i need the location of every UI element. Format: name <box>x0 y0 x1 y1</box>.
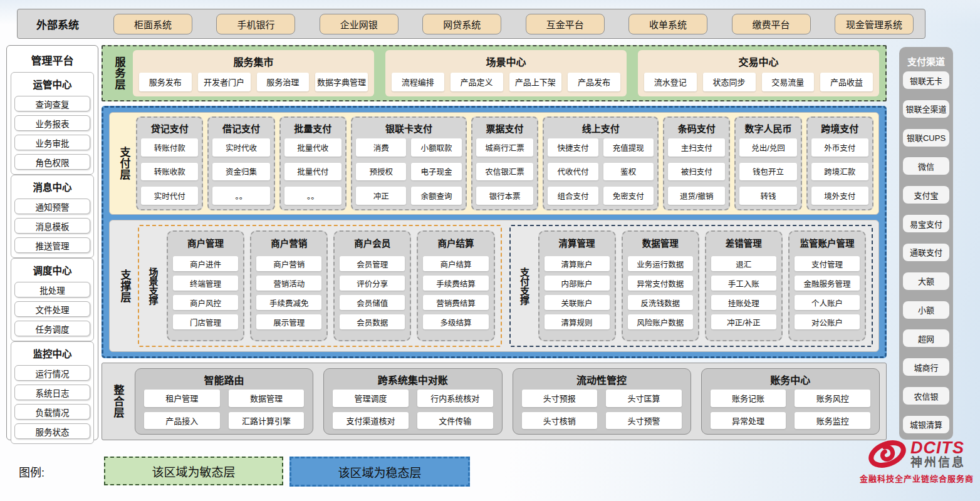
service-layer: 服务层 服务集市服务发布开发者门户服务治理数据字典管理场景中心流程编排产品定义产… <box>102 45 887 101</box>
payment-item-box: 转账收款 <box>141 163 198 181</box>
service-item-box: 流水登记 <box>644 73 697 91</box>
service-item-box: 服务发布 <box>139 73 192 91</box>
integration-item-box: 账务记账 <box>711 390 786 407</box>
support-item-box: 终端管理 <box>173 276 238 291</box>
service-item-box: 服务治理 <box>257 73 310 91</box>
integration-item-box: 头寸预报 <box>522 390 598 407</box>
support-column-title: 商户结算 <box>423 234 488 252</box>
payment-item-box: 退货/撤销 <box>668 187 725 205</box>
service-group: 交易中心流水登记状态同步交易流量产品收益 <box>638 50 879 96</box>
support-column: 监管账户管理支付管理金融服务管理个人账户对公账户 <box>788 230 866 341</box>
service-item-box: 产品定义 <box>451 73 503 91</box>
support-item-box: 评价分享 <box>340 276 405 291</box>
payment-column-items: 兑出/兑回钱包开立转钱 <box>739 138 796 205</box>
management-item-box: 文件处理 <box>14 301 90 317</box>
payment-column-items: 批量代收批量代付。。 <box>284 138 341 205</box>
integration-group: 跨系统集中对账管理调度行内系统核对支付渠道核对文件传输 <box>323 368 502 435</box>
payment-channel-box: 银联CUPS <box>903 129 949 147</box>
support-item-box: 异常支付数据 <box>628 276 693 291</box>
payment-item-box: 资金归集 <box>212 163 269 181</box>
integration-item-box: 账务监控 <box>795 412 870 430</box>
payment-item-box: 实时代收 <box>212 138 269 157</box>
service-group-items: 服务发布开发者门户服务治理数据字典管理 <box>139 72 368 91</box>
payment-item-box: 主扫支付 <box>668 138 725 157</box>
management-item-box: 角色权限 <box>14 154 90 170</box>
management-item-box: 通知预警 <box>14 199 90 214</box>
management-item-box: 系统日志 <box>14 385 90 400</box>
service-item-box: 开发者门户 <box>198 73 251 91</box>
payment-columns: 贷记支付转账付款转账收款实时代付借记支付实时代收资金归集。。批量支付批量代收批量… <box>136 116 873 210</box>
support-column-title: 商户会员 <box>340 234 405 252</box>
support-column: 商户结算商户结算手续费结算营销费结算多级结算 <box>417 230 494 341</box>
payment-item-box: 兑出/兑回 <box>739 138 796 157</box>
support-item-box: 支付管理 <box>795 256 860 271</box>
external-system-box: 手机银行 <box>216 14 295 34</box>
support-column-title: 差错管理 <box>711 234 776 252</box>
management-groups: 运管中心查询查复业务报表业务审批角色权限消息中心通知预警消息模板推送管理调度中心… <box>11 72 94 444</box>
payment-item-box: 转钱 <box>739 187 796 205</box>
external-system-box: 网贷系统 <box>422 14 501 34</box>
support-item-box: 关联账户 <box>545 295 610 310</box>
support-zone-label: 场景支撑 <box>145 230 161 341</box>
support-item-box: 商户结算 <box>423 256 488 271</box>
main-architecture-area: 服务层 服务集市服务发布开发者门户服务治理数据字典管理场景中心流程编排产品定义产… <box>102 45 887 440</box>
management-item-box: 批处理 <box>14 282 90 297</box>
external-systems-bar: 外部系统 柜面系统手机银行企业网银网贷系统互金平台收单系统缴费平台现金管理系统 <box>17 9 925 39</box>
service-item-box: 状态同步 <box>703 73 756 91</box>
support-item-box: 会员管理 <box>340 256 405 271</box>
payment-item-box: 消费 <box>356 138 406 157</box>
brand-logo: DCITS 神州信息 金融科技全产业链综合服务商 <box>860 438 974 484</box>
integration-group-title: 跨系统集中对账 <box>333 370 493 390</box>
payment-item-box: 农信银汇票 <box>476 163 533 181</box>
integration-group-title: 流动性管控 <box>522 370 682 390</box>
payment-item-box: 跨境汇款 <box>811 163 868 181</box>
integration-group-items: 头寸预报头寸匡算头寸核销头寸预警 <box>522 390 682 429</box>
payment-item-box: 实时代付 <box>141 187 198 205</box>
support-item-box: 手续费减免 <box>256 295 321 310</box>
payment-column-title: 线上支付 <box>548 120 654 138</box>
integration-item-box: 租户管理 <box>144 390 220 407</box>
integration-item-box: 头寸匡算 <box>606 390 682 407</box>
support-item-box: 手工入账 <box>711 276 776 291</box>
payment-item-box: 鉴权 <box>603 163 654 181</box>
dcits-swirl-icon <box>868 438 907 470</box>
payment-item-box: 余额查询 <box>411 187 461 205</box>
support-item-box: 冲正/补正 <box>711 314 776 329</box>
integration-item-box: 头寸预警 <box>606 412 682 430</box>
payment-channel-box: 城银清算 <box>903 416 949 433</box>
service-group-items: 流水登记状态同步交易流量产品收益 <box>644 72 873 91</box>
payment-channels-list: 银联无卡银联全渠道银联CUPS微信支付宝易宝支付通联支付大额小额超网城商行农信银… <box>903 71 949 433</box>
external-system-box: 现金管理系统 <box>835 14 914 34</box>
logo-row: DCITS 神州信息 <box>868 438 966 470</box>
support-column-title: 商户营销 <box>256 234 321 252</box>
payment-item-box: 城商行汇票 <box>476 138 533 157</box>
service-item-box: 产品发布 <box>568 73 620 91</box>
payment-item-box: 预授权 <box>356 163 406 181</box>
support-column: 商户管理商户进件终端管理商户风控门店管理 <box>167 230 244 341</box>
payment-item-box: 组合支付 <box>548 187 598 205</box>
support-zones: 场景支撑商户管理商户进件终端管理商户风控门店管理商户营销商户营销营销活动手续费减… <box>138 225 873 347</box>
support-item-box: 营销活动 <box>256 276 321 291</box>
integration-item-box: 支付渠道核对 <box>333 412 409 430</box>
payment-item-box: 免密支付 <box>603 187 654 205</box>
support-layer: 支撑层 场景支撑商户管理商户进件终端管理商户风控门店管理商户营销商户营销营销活动… <box>109 220 879 352</box>
support-item-box: 挂账处理 <box>711 295 776 310</box>
integration-group-items: 租户管理数据管理产品接入汇路计算引擎 <box>144 390 304 429</box>
payment-item-box: 。。 <box>212 187 269 205</box>
support-column-title: 商户管理 <box>173 234 238 252</box>
management-item-box: 任务调度 <box>14 321 90 336</box>
payment-channel-box: 银联无卡 <box>903 71 949 89</box>
support-item-box: 清算规则 <box>545 314 610 329</box>
external-system-box: 企业网银 <box>320 14 399 34</box>
payment-column: 条码支付主扫支付被扫支付退货/撤销 <box>663 116 730 210</box>
payment-item-box: 外币支付 <box>811 138 868 157</box>
payment-channel-box: 城商行 <box>903 358 949 376</box>
management-item-box: 消息模板 <box>14 218 90 234</box>
management-platform-panel: 管理平台 运管中心查询查复业务报表业务审批角色权限消息中心通知预警消息模板推送管… <box>6 45 98 440</box>
payment-item-box: 转账付款 <box>141 138 198 157</box>
integration-item-box: 头寸核销 <box>522 412 598 430</box>
service-item-box: 交易流量 <box>762 73 815 91</box>
payment-column-items: 城商行汇票农信银汇票银行本票 <box>476 138 533 205</box>
payment-column-title: 数字人民币 <box>739 120 796 138</box>
integration-group: 流动性管控头寸预报头寸匡算头寸核销头寸预警 <box>513 368 691 435</box>
